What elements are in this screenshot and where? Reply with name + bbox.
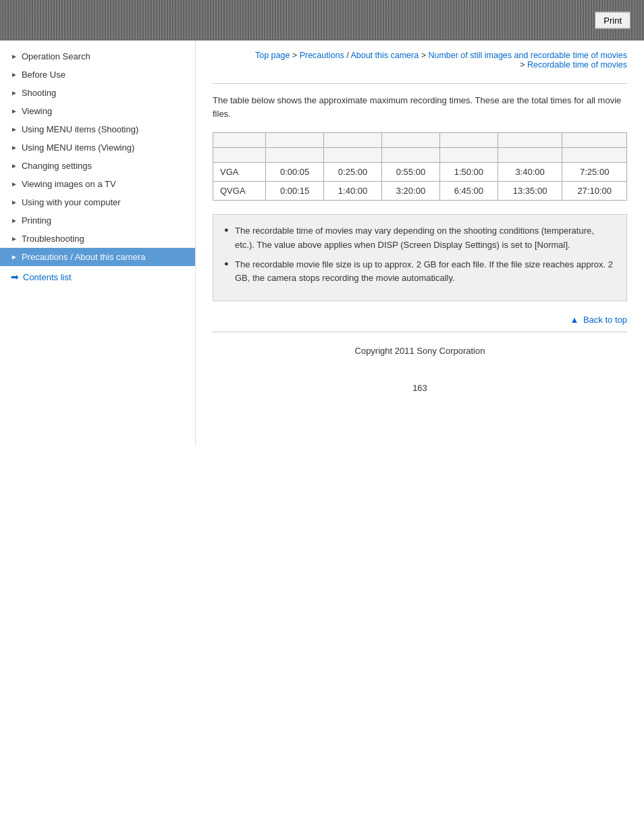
th-empty7 xyxy=(562,133,627,148)
arrow-icon: ► xyxy=(11,253,18,261)
sidebar-item-shooting[interactable]: ►Shooting xyxy=(0,84,195,102)
sidebar-item-using-menu-shooting[interactable]: ►Using MENU items (Shooting) xyxy=(0,120,195,138)
arrow-icon: ► xyxy=(11,71,18,78)
notes-box: The recordable time of movies may vary d… xyxy=(213,214,627,301)
page-divider xyxy=(213,83,627,84)
table-cell-value: 6:45:00 xyxy=(439,182,498,201)
page-number: 163 xyxy=(213,383,627,393)
table-header-row-top xyxy=(213,133,627,148)
arrow-icon: ► xyxy=(11,53,18,60)
back-to-top-link[interactable]: ▲ Back to top xyxy=(570,315,627,325)
table-cell-value: 27:10:00 xyxy=(562,182,627,201)
arrow-icon: ► xyxy=(11,126,18,133)
breadcrumb-top-page[interactable]: Top page xyxy=(255,51,290,60)
arrow-icon: ► xyxy=(11,162,18,170)
breadcrumb-about-camera[interactable]: About this camera xyxy=(350,51,419,60)
breadcrumb-precautions[interactable]: Precautions xyxy=(300,51,344,60)
th-b-empty6 xyxy=(498,148,562,163)
print-button[interactable]: Print xyxy=(595,12,630,29)
arrow-icon: ► xyxy=(11,217,18,224)
table-cell-format: QVGA xyxy=(213,182,266,201)
arrow-icon: ► xyxy=(11,180,18,188)
sidebar-item-label: Printing xyxy=(22,215,51,226)
arrow-icon: ► xyxy=(11,107,18,115)
arrow-icon: ► xyxy=(11,89,18,97)
sidebar-item-viewing[interactable]: ►Viewing xyxy=(0,102,195,120)
footer: Copyright 2011 Sony Corporation xyxy=(213,339,627,369)
arrow-icon: ► xyxy=(11,235,18,242)
back-to-top-icon: ▲ xyxy=(570,315,579,325)
sidebar-item-label: Precautions / About this camera xyxy=(22,252,146,262)
table-row: VGA0:00:050:25:000:55:001:50:003:40:007:… xyxy=(213,163,627,182)
sidebar-item-viewing-images-tv[interactable]: ►Viewing images on a TV xyxy=(0,175,195,193)
sidebar-item-using-menu-viewing[interactable]: ►Using MENU items (Viewing) xyxy=(0,138,195,157)
sidebar-item-precautions[interactable]: ►Precautions / About this camera xyxy=(0,248,195,266)
th-empty5 xyxy=(439,133,498,148)
sidebar-item-label: Before Use xyxy=(22,70,65,80)
table-cell-value: 0:25:00 xyxy=(324,163,382,182)
th-b-empty1 xyxy=(213,148,266,163)
breadcrumb-recordable-time[interactable]: Recordable time of movies xyxy=(527,60,627,70)
sidebar-item-label: Using MENU items (Viewing) xyxy=(22,142,134,153)
back-to-top: ▲ Back to top xyxy=(213,315,627,325)
sidebar-item-printing[interactable]: ►Printing xyxy=(0,211,195,230)
table-cell-value: 3:20:00 xyxy=(381,182,439,201)
table-cell-value: 0:55:00 xyxy=(381,163,439,182)
th-b-empty4 xyxy=(381,148,439,163)
th-b-empty3 xyxy=(324,148,382,163)
sidebar-item-label: Changing settings xyxy=(22,161,92,171)
th-empty1 xyxy=(213,133,266,148)
main-layout: ►Operation Search►Before Use►Shooting►Vi… xyxy=(0,41,644,446)
th-empty3 xyxy=(324,133,382,148)
contents-list-icon: ➡ xyxy=(11,271,19,282)
th-b-empty5 xyxy=(439,148,498,163)
table-row: QVGA0:00:151:40:003:20:006:45:0013:35:00… xyxy=(213,182,627,201)
th-b-empty7 xyxy=(562,148,627,163)
sidebar-item-label: Operation Search xyxy=(22,51,90,61)
arrow-icon: ► xyxy=(11,144,18,151)
table-cell-value: 7:25:00 xyxy=(562,163,627,182)
sidebar-item-label: Using with your computer xyxy=(22,197,121,207)
sidebar-item-label: Viewing xyxy=(22,106,52,116)
footer-divider xyxy=(213,332,627,332)
sidebar-item-using-computer[interactable]: ►Using with your computer xyxy=(0,193,195,211)
sidebar-item-label: Shooting xyxy=(22,88,56,98)
intro-text: The table below shows the approximate ma… xyxy=(213,94,627,120)
table-header-row-bottom xyxy=(213,148,627,163)
table-cell-format: VGA xyxy=(213,163,266,182)
arrow-icon: ► xyxy=(11,199,18,206)
data-table: VGA0:00:050:25:000:55:001:50:003:40:007:… xyxy=(213,132,627,201)
copyright-text: Copyright 2011 Sony Corporation xyxy=(355,346,485,356)
table-cell-value: 3:40:00 xyxy=(498,163,562,182)
th-empty2 xyxy=(266,133,324,148)
note-item: The recordable movie file size is up to … xyxy=(224,258,616,286)
contents-list-link[interactable]: ➡ Contents list xyxy=(0,266,195,288)
content-area: Top page > Precautions / About this came… xyxy=(196,41,644,446)
sidebar-item-label: Troubleshooting xyxy=(22,234,84,244)
sidebar-item-troubleshooting[interactable]: ►Troubleshooting xyxy=(0,230,195,248)
breadcrumb-number-still[interactable]: Number of still images and recordable ti… xyxy=(428,51,627,60)
th-empty6 xyxy=(498,133,562,148)
back-to-top-label: Back to top xyxy=(583,315,627,325)
th-empty4 xyxy=(381,133,439,148)
header-bar: Print xyxy=(0,0,644,41)
table-cell-value: 1:40:00 xyxy=(324,182,382,201)
sidebar-item-label: Viewing images on a TV xyxy=(22,179,116,189)
breadcrumb: Top page > Precautions / About this came… xyxy=(213,51,627,70)
sidebar-item-before-use[interactable]: ►Before Use xyxy=(0,66,195,84)
sidebar-item-changing-settings[interactable]: ►Changing settings xyxy=(0,157,195,175)
table-cell-value: 0:00:15 xyxy=(266,182,324,201)
contents-list-label: Contents list xyxy=(23,272,72,282)
sidebar-item-label: Using MENU items (Shooting) xyxy=(22,124,138,134)
sidebar-item-operation-search[interactable]: ►Operation Search xyxy=(0,47,195,66)
th-b-empty2 xyxy=(266,148,324,163)
table-cell-value: 1:50:00 xyxy=(439,163,498,182)
table-cell-value: 0:00:05 xyxy=(266,163,324,182)
note-item: The recordable time of movies may vary d… xyxy=(224,224,616,253)
table-cell-value: 13:35:00 xyxy=(498,182,562,201)
sidebar: ►Operation Search►Before Use►Shooting►Vi… xyxy=(0,41,196,446)
